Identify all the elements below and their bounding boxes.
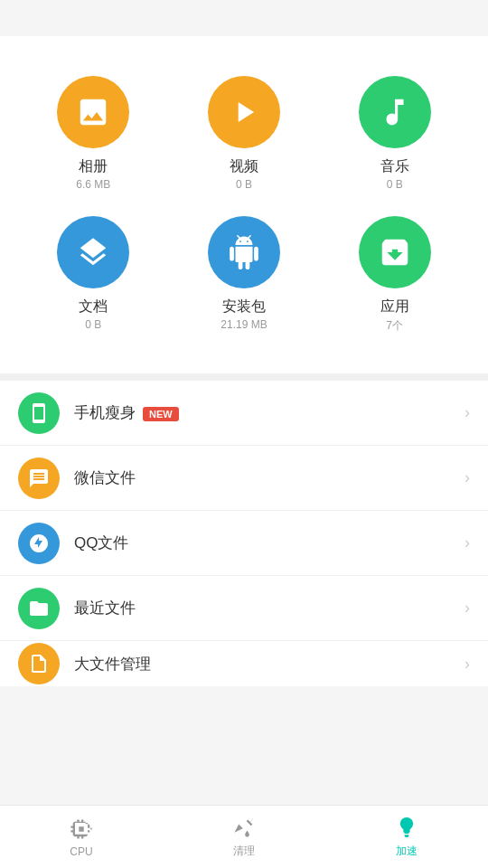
android-icon (208, 216, 280, 288)
clean-nav-icon (231, 815, 257, 840)
media-size-video: 0 B (236, 178, 252, 191)
new-badge: NEW (143, 407, 179, 421)
media-section: 相册 6.6 MB 视频 0 B 音乐 0 B 文档 0 B 安装包 21.19… (0, 36, 488, 373)
media-item-video[interactable]: 视频 0 B (169, 63, 320, 203)
media-label-music: 音乐 (380, 157, 409, 176)
list-item-label-file-manager: 大文件管理 (74, 654, 457, 675)
bottom-navigation: CPU 清理 加速 (0, 805, 488, 868)
main-content: 相册 6.6 MB 视频 0 B 音乐 0 B 文档 0 B 安装包 21.19… (0, 36, 488, 686)
play-icon (208, 76, 280, 148)
layers-icon (57, 216, 129, 288)
status-bar (0, 0, 488, 36)
list-item-label-qq-files: QQ文件 (74, 533, 457, 553)
media-size-album: 6.6 MB (76, 178, 110, 191)
media-size-music: 0 B (387, 178, 403, 191)
list-item-label-wechat-files: 微信文件 (74, 467, 457, 488)
media-item-music[interactable]: 音乐 0 B (319, 63, 470, 203)
list-item-qq-files[interactable]: QQ文件 › (0, 511, 488, 576)
list-item-label-recent-files: 最近文件 (74, 598, 457, 618)
nav-label-cpu: CPU (70, 845, 92, 858)
phone-icon (18, 392, 60, 434)
nav-label-boost: 加速 (396, 844, 418, 859)
media-label-apps: 应用 (380, 297, 409, 316)
nav-item-clean[interactable]: 清理 (163, 806, 325, 868)
list-section: 手机瘦身NEW › 微信文件 › QQ文件 › 最近文件 › 大文件管理 › (0, 381, 488, 686)
media-grid: 相册 6.6 MB 视频 0 B 音乐 0 B 文档 0 B 安装包 21.19… (0, 54, 488, 364)
media-size-apps: 7个 (386, 318, 403, 334)
media-label-video: 视频 (230, 157, 258, 176)
file-big-icon (18, 643, 60, 684)
media-label-album: 相册 (79, 157, 108, 176)
media-label-apk: 安装包 (222, 297, 266, 316)
list-item-file-manager[interactable]: 大文件管理 › (0, 641, 488, 686)
nav-item-cpu[interactable]: CPU (0, 806, 163, 868)
cpu-nav-icon (69, 816, 94, 842)
list-item-phone-slim[interactable]: 手机瘦身NEW › (0, 381, 488, 446)
chevron-right-icon: › (465, 468, 470, 487)
folder-icon (18, 588, 60, 629)
list-item-label-phone-slim: 手机瘦身NEW (74, 402, 457, 423)
music-icon (359, 76, 431, 148)
media-item-apk[interactable]: 安装包 21.19 MB (169, 203, 320, 346)
list-item-recent-files[interactable]: 最近文件 › (0, 576, 488, 641)
media-item-docs[interactable]: 文档 0 B (18, 203, 169, 346)
nav-label-clean: 清理 (233, 844, 255, 859)
media-label-docs: 文档 (79, 297, 108, 316)
chevron-right-icon: › (465, 403, 470, 422)
media-item-apps[interactable]: 应用 7个 (319, 203, 470, 346)
qq-icon (18, 523, 60, 564)
chevron-right-icon: › (465, 533, 470, 552)
box-icon (359, 216, 431, 288)
image-icon (57, 76, 129, 148)
nav-item-boost[interactable]: 加速 (325, 806, 488, 868)
section-divider (0, 373, 488, 381)
chat-icon (18, 458, 60, 499)
boost-nav-icon (394, 815, 419, 840)
chevron-right-icon: › (465, 599, 470, 618)
list-item-wechat-files[interactable]: 微信文件 › (0, 446, 488, 511)
media-size-docs: 0 B (85, 318, 101, 331)
media-item-album[interactable]: 相册 6.6 MB (18, 63, 169, 203)
media-size-apk: 21.19 MB (221, 318, 267, 331)
chevron-right-icon: › (465, 655, 470, 674)
